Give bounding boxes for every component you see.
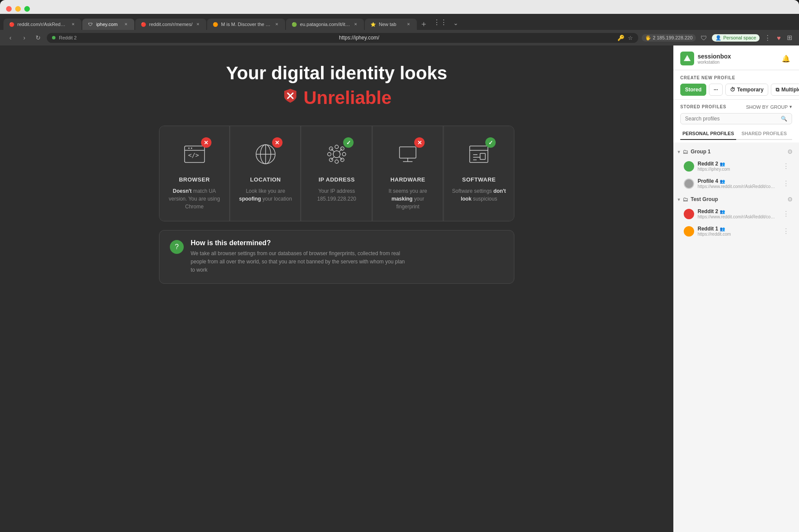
search-input[interactable] [685,116,778,122]
sb-more-button[interactable]: ··· [709,84,723,96]
profile-label-text: Personal space [723,35,756,40]
ip-icon-wrap: ✓ [322,139,352,169]
hardware-card-desc: It seems you are masking your fingerprin… [380,187,436,211]
traffic-light-maximize[interactable] [24,6,30,12]
sb-temporary-button[interactable]: ⏱ Temporary [725,84,768,96]
svg-point-46 [688,230,690,232]
svg-point-11 [333,151,340,158]
sb-logo-icon [680,52,694,65]
tab-reddit-memes[interactable]: 🔴 reddit.com/r/memes/ ✕ [135,19,206,30]
profile-menu-button[interactable]: ⋮ [781,178,791,188]
address-icons: 🔑 ☆ [617,35,633,41]
profile-info: Reddit 2 👥 https://iphey.com [698,161,777,172]
ip-text: 2 185.199.228.220 [653,35,693,40]
tab-close-icon[interactable]: ✕ [70,21,76,27]
tab-title: reddit.com/r/memes/ [149,22,192,27]
group-1-settings-icon[interactable]: ⚙ [787,148,793,155]
info-body: We take all browser settings from our da… [191,250,407,275]
site-label: Reddit 2 [59,35,334,40]
tab-new-tab[interactable]: ⭐ New tab ✕ [365,19,417,30]
tab-m-magic[interactable]: 🟠 M is M. Discover the Magic... ✕ [207,19,285,30]
heart-icon[interactable]: ♥ [776,33,782,43]
tab-shared-profiles[interactable]: SHARED PROFILES [736,128,792,140]
sb-notification-bell[interactable]: 🔔 [780,52,792,65]
test-group-settings-icon[interactable]: ⚙ [787,196,793,203]
tab-more-button[interactable]: ⋮⋮ [431,16,450,28]
profile-menu-button[interactable]: ⋮ [781,209,791,219]
tab-close-icon[interactable]: ✕ [274,21,280,27]
sessionbox-sidebar: sessionbox workstation 🔔 CREATE NEW PROF… [673,45,799,532]
list-item[interactable]: Reddit 1 👥 https://reddit.com ⋮ [676,223,796,240]
back-button[interactable]: ‹ [5,32,16,43]
personal-space-badge[interactable]: 👤 Personal space [712,34,760,42]
unreliable-label: Unreliable [303,88,391,108]
profile-avatar [684,161,694,172]
kebab-menu-icon[interactable]: ⋮ [763,32,772,43]
tab-favicon: 🟠 [212,21,218,27]
tab-close-icon[interactable]: ✕ [195,21,201,27]
tab-iphey[interactable]: 🛡 iphey.com ✕ [82,19,134,30]
list-item[interactable]: Reddit 2 👥 https://iphey.com ⋮ [676,158,796,175]
tab-patagonia[interactable]: 🟢 eu.patagonia.com/it/it/shop... ✕ [286,19,364,30]
tab-list-button[interactable]: ⌄ [451,18,461,28]
sb-group-test-header[interactable]: ▾ 🗂 Test Group ⚙ [673,194,799,205]
url-text: https://iphey.com/ [339,35,614,41]
tab-close-icon[interactable]: ✕ [406,21,412,27]
svg-point-15 [342,152,346,156]
sb-stored-title: STORED PROFILES [680,104,726,109]
list-item[interactable]: Profile 4 👥 https://www.reddit.com/r/Ask… [676,175,796,192]
profile-info: Profile 4 👥 https://www.reddit.com/r/Ask… [698,178,777,189]
traffic-light-minimize[interactable] [15,6,21,12]
profile-menu-button[interactable]: ⋮ [781,161,791,171]
profile-url: https://www.reddit.com/r/AskReddit/comme… [698,184,777,189]
sb-search-bar[interactable]: 🔍 [680,113,792,124]
ip-badge[interactable]: 🖐 2 185.199.228.220 [642,34,696,42]
sb-stored-section: STORED PROFILES SHOW BY GROUP ▾ 🔍 PERSON… [673,99,799,143]
sb-create-section: CREATE NEW PROFILE Stored ··· ⏱ Temporar… [673,70,799,99]
svg-rect-28 [400,147,416,158]
card-hardware: ✕ HARDWARE It seems you are masking your… [373,126,443,221]
address-bar[interactable]: Reddit 2 https://iphey.com/ 🔑 ☆ [47,33,638,43]
sb-logo-text-block: sessionbox workstation [698,53,731,65]
sb-stored-button[interactable]: Stored [680,84,706,96]
profile-menu-button[interactable]: ⋮ [781,226,791,236]
tab-reddit-askredit[interactable]: 🔴 reddit.com/r/AskReddit/com... ✕ [3,19,81,30]
traffic-light-close[interactable] [6,6,12,12]
svg-point-40 [688,165,690,167]
tab-title: eu.patagonia.com/it/it/shop... [300,22,350,27]
tab-close-icon[interactable]: ✕ [123,21,129,27]
sb-tabs: PERSONAL PROFILES SHARED PROFILES [680,128,792,140]
new-tab-button[interactable]: ＋ [418,18,430,30]
address-bar-row: ‹ › ↻ Reddit 2 https://iphey.com/ 🔑 ☆ 🖐 … [0,30,799,45]
software-icon-wrap: ✓ [464,139,494,169]
reload-button[interactable]: ↻ [33,32,43,43]
location-icon-wrap: ✕ [250,139,281,169]
tab-close-icon[interactable]: ✕ [353,21,359,27]
folder-icon: 🗂 [682,196,688,203]
profile-name-text: Reddit 1 [698,226,718,232]
list-item[interactable]: Reddit 2 👥 https://www.reddit.com/r/AskR… [676,205,796,222]
sb-multiple-button[interactable]: ⧉ Multiple [771,84,799,96]
browser-viewport: Your digital identity looks Unreliable <… [0,45,673,532]
profile-avatar [684,209,694,219]
tab-title: reddit.com/r/AskReddit/com... [17,22,68,27]
tab-personal-profiles[interactable]: PERSONAL PROFILES [680,128,736,140]
location-card-desc: Look like you are spoofing your location [237,187,293,203]
profile-avatar [684,178,694,189]
forward-button[interactable]: › [19,32,29,43]
tab-title: New tab [379,22,403,27]
sb-group-1-header[interactable]: ▾ 🗂 Group 1 ⚙ [673,146,799,157]
fingerprint-icon: 🖐 [645,35,651,41]
sb-stored-header: STORED PROFILES SHOW BY GROUP ▾ [680,104,792,110]
tab-title: iphey.com [96,22,120,27]
tab-favicon: 🔴 [9,21,15,27]
star-icon[interactable]: ☆ [628,35,633,41]
extension-icon[interactable]: ⊞ [786,32,794,43]
sb-header: sessionbox workstation 🔔 [673,45,799,70]
hardware-card-title: HARDWARE [390,176,425,183]
sb-show-by[interactable]: SHOW BY GROUP ▾ [746,104,792,110]
tab-favicon: 🛡 [88,21,94,27]
tab-favicon: ⭐ [370,21,376,27]
profile-url: https://www.reddit.com/r/AskReddit/comme… [698,214,777,219]
sb-group-1: ▾ 🗂 Group 1 ⚙ Reddit 2 👥 [673,146,799,192]
